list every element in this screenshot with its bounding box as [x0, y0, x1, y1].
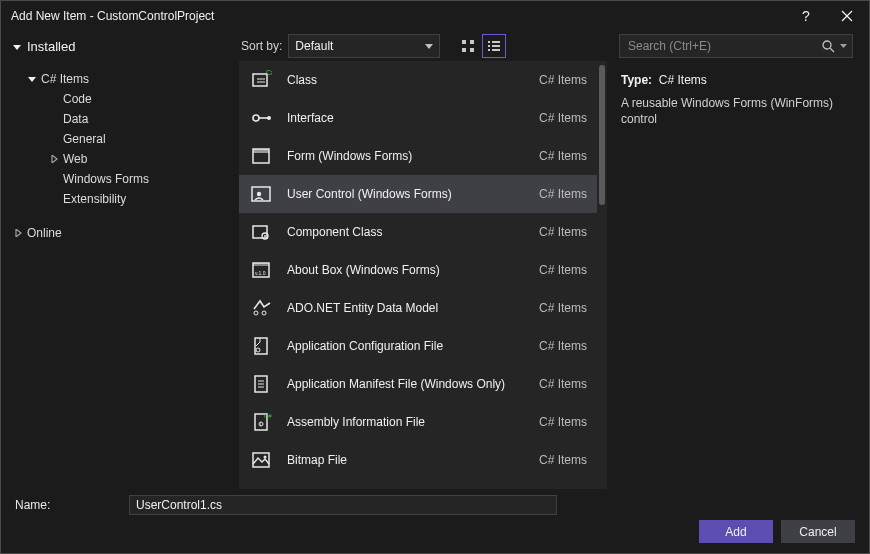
chevron-down-icon — [425, 39, 433, 53]
template-item[interactable]: Bitmap FileC# Items — [239, 441, 597, 479]
svg-marker-18 — [52, 155, 57, 163]
template-item-category: C# Items — [539, 149, 587, 163]
template-item-category: C# Items — [539, 453, 587, 467]
scrollbar-thumb[interactable] — [599, 65, 605, 205]
search-input[interactable] — [628, 39, 818, 53]
view-mode-buttons — [456, 34, 506, 58]
assembly-icon: C#i — [249, 410, 273, 434]
template-list: C#ClassC# ItemsInterfaceC# ItemsForm (Wi… — [239, 61, 607, 489]
interface-icon — [249, 106, 273, 130]
template-item-name: Application Configuration File — [287, 339, 525, 353]
usercontrol-icon — [249, 182, 273, 206]
template-item-name: About Box (Windows Forms) — [287, 263, 525, 277]
template-item-category: C# Items — [539, 225, 587, 239]
svg-text:i: i — [260, 421, 261, 427]
template-item-category: C# Items — [539, 73, 587, 87]
template-item[interactable]: Application Configuration FileC# Items — [239, 327, 597, 365]
title-bar: Add New Item - CustomControlProject ? — [1, 1, 869, 31]
svg-rect-28 — [253, 149, 269, 153]
svg-point-33 — [264, 235, 266, 237]
template-item[interactable]: Application Manifest File (Windows Only)… — [239, 365, 597, 403]
details-type-value: C# Items — [659, 73, 707, 87]
svg-point-37 — [254, 311, 258, 315]
template-item-category: C# Items — [539, 263, 587, 277]
class-icon: C# — [249, 68, 273, 92]
template-item-name: Component Class — [287, 225, 525, 239]
tree-node-label: Windows Forms — [63, 172, 149, 186]
template-item-category: C# Items — [539, 339, 587, 353]
template-item-name: Interface — [287, 111, 525, 125]
template-item-category: C# Items — [539, 377, 587, 391]
ado-icon — [249, 296, 273, 320]
name-label: Name: — [15, 498, 115, 512]
template-item-name: User Control (Windows Forms) — [287, 187, 525, 201]
search-box[interactable] — [619, 34, 853, 58]
template-item-category: C# Items — [539, 111, 587, 125]
tree-node[interactable]: Windows Forms — [13, 169, 231, 189]
svg-marker-2 — [13, 45, 21, 50]
add-button[interactable]: Add — [699, 520, 773, 543]
tree-node[interactable]: Data — [13, 109, 231, 129]
tree-header-installed[interactable]: Installed — [13, 39, 241, 54]
name-input[interactable] — [129, 495, 557, 515]
svg-point-50 — [264, 456, 267, 459]
svg-marker-3 — [425, 44, 433, 49]
template-item-category: C# Items — [539, 187, 587, 201]
sort-by-select[interactable]: Default — [288, 34, 440, 58]
sort-by-value: Default — [295, 39, 333, 53]
svg-rect-4 — [462, 40, 466, 44]
button-row: Add Cancel — [15, 520, 855, 543]
template-item[interactable]: Form (Windows Forms)C# Items — [239, 137, 597, 175]
chevron-right-icon — [13, 229, 23, 237]
template-item[interactable]: User Control (Windows Forms)C# Items — [239, 175, 597, 213]
svg-rect-7 — [470, 48, 474, 52]
svg-text:C#: C# — [264, 413, 272, 419]
tree-node[interactable]: Web — [13, 149, 231, 169]
search-dropdown-icon[interactable] — [838, 44, 848, 49]
svg-rect-6 — [462, 48, 466, 52]
close-icon — [841, 10, 853, 22]
template-item[interactable]: C#ClassC# Items — [239, 61, 597, 99]
template-item[interactable]: InterfaceC# Items — [239, 99, 597, 137]
svg-rect-35 — [253, 263, 269, 266]
svg-rect-8 — [488, 41, 490, 43]
details-description: A reusable Windows Forms (WinForms) cont… — [621, 95, 853, 127]
tree-node-label: Code — [63, 92, 92, 106]
svg-rect-12 — [488, 49, 490, 51]
manifest-icon — [249, 372, 273, 396]
help-button[interactable]: ? — [788, 1, 824, 31]
tree-node-online[interactable]: Online — [13, 223, 231, 243]
template-item[interactable]: v.1.0About Box (Windows Forms)C# Items — [239, 251, 597, 289]
template-item[interactable]: ADO.NET Entity Data ModelC# Items — [239, 289, 597, 327]
svg-rect-13 — [492, 49, 500, 51]
svg-marker-17 — [28, 77, 36, 82]
svg-point-30 — [257, 192, 261, 196]
bitmap-icon — [249, 448, 273, 472]
svg-marker-19 — [16, 229, 21, 237]
view-grid-button[interactable] — [456, 34, 480, 58]
details-type-row: Type: C# Items — [621, 73, 853, 87]
template-item-name: ADO.NET Entity Data Model — [287, 301, 525, 315]
view-list-button[interactable] — [482, 34, 506, 58]
tree-node[interactable]: Code — [13, 89, 231, 109]
tree-node[interactable]: General — [13, 129, 231, 149]
template-item-name: Class — [287, 73, 525, 87]
close-button[interactable] — [824, 1, 869, 31]
tree-node[interactable]: Extensibility — [13, 189, 231, 209]
svg-rect-20 — [253, 74, 267, 86]
svg-text:v.1.0: v.1.0 — [255, 270, 266, 276]
tree-header-label: Installed — [27, 39, 75, 54]
template-item-name: Application Manifest File (Windows Only) — [287, 377, 525, 391]
svg-rect-5 — [470, 40, 474, 44]
search-icon[interactable] — [818, 40, 838, 53]
svg-text:C#: C# — [266, 69, 272, 76]
cancel-button[interactable]: Cancel — [781, 520, 855, 543]
tree-node-label: Extensibility — [63, 192, 126, 206]
tree-node[interactable]: C# Items — [13, 69, 231, 89]
list-icon — [487, 39, 501, 53]
sort-by-label: Sort by: — [241, 39, 282, 53]
template-item[interactable]: C#iAssembly Information FileC# Items — [239, 403, 597, 441]
template-item[interactable]: Component ClassC# Items — [239, 213, 597, 251]
tree-node-label: Online — [27, 226, 62, 240]
bottom-bar: Name: Add Cancel — [1, 489, 869, 553]
